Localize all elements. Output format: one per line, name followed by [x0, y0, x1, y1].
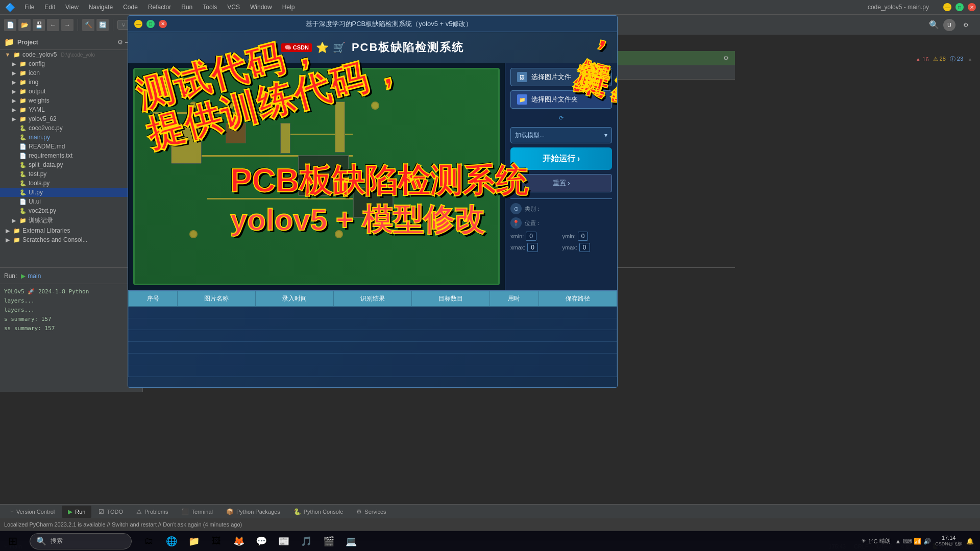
tab-python-packages[interactable]: 📦 Python Packages [220, 506, 286, 518]
menu-code[interactable]: Code [121, 3, 140, 12]
new-file-icon[interactable]: 📄 [4, 19, 16, 31]
folder-icon: 📁 [19, 61, 27, 67]
gear-icon[interactable]: ⚙ [723, 55, 729, 62]
tree-item-readme[interactable]: 📄 README.md [0, 142, 142, 151]
loading-text: ⟳ [559, 115, 564, 121]
item-label: icon [29, 69, 40, 77]
select-image-folder-btn[interactable]: 📁 选择图片文件夹 [510, 90, 612, 109]
tree-item-icon[interactable]: ▶ 📁 icon [0, 68, 142, 78]
tree-item-config[interactable]: ▶ 📁 config [0, 59, 142, 68]
tab-todo[interactable]: ☑ TODO [92, 506, 129, 518]
menu-run[interactable]: Run [179, 3, 194, 12]
notification-icon[interactable]: 🔔 [966, 538, 974, 545]
tab-services[interactable]: ⚙ Services [350, 506, 392, 518]
start-button[interactable]: ⊞ [0, 531, 26, 552]
forward-icon[interactable]: → [61, 19, 74, 31]
menu-vcs[interactable]: VCS [225, 3, 242, 12]
taskbar-browser-2[interactable]: 🦊 [230, 532, 248, 550]
ide-maximize-btn[interactable]: □ [955, 3, 964, 11]
taskbar-file-manager[interactable]: 📁 [185, 532, 203, 550]
network-icon[interactable]: 📶 [914, 538, 921, 545]
user-avatar[interactable]: U [943, 19, 955, 31]
tab-run[interactable]: ▶ Run [62, 506, 91, 518]
taskbar-explorer[interactable]: 🗂 [140, 532, 158, 550]
taskbar-right: ☀ 1°C 晴朗 ▲ ⌨ 📶 🔊 17:14 CSDN@飞柳 🔔 [861, 535, 980, 547]
maximize-btn[interactable]: □ [146, 20, 155, 28]
floating-window[interactable]: — □ ✕ 基于深度学习的PCB板缺陷检测系统（yolov5 + v5修改） 🧠… [128, 15, 618, 388]
tab-terminal[interactable]: ⬛ Terminal [175, 506, 219, 518]
menu-navigate[interactable]: Navigate [87, 3, 115, 12]
taskbar-search[interactable]: 🔍 搜索 [30, 533, 132, 549]
tree-item-weights[interactable]: ▶ 📁 weights [0, 96, 142, 105]
minimize-btn[interactable]: — [134, 20, 142, 28]
up-arrow-icon[interactable]: ▲ [895, 538, 901, 545]
speaker-icon[interactable]: 🔊 [923, 538, 931, 545]
tree-item-ui-ui[interactable]: 📄 Ui.ui [0, 197, 142, 206]
clear-btn[interactable]: 重置 › [510, 174, 612, 192]
select-image-file-btn[interactable]: 🖼 选择图片文件 [510, 68, 612, 86]
build-icon[interactable]: 🔨 [82, 19, 94, 31]
tab-python-console[interactable]: 🐍 Python Console [287, 506, 350, 518]
tree-item-voc2txt[interactable]: 🐍 voc2txt.py [0, 206, 142, 215]
taskbar-app-6[interactable]: 🎵 [297, 532, 315, 550]
col-time: 录入时间 [256, 291, 334, 307]
tab-version-control[interactable]: ⑂ Version Control [4, 506, 61, 518]
tab-console-label: Python Console [304, 509, 344, 515]
menu-file[interactable]: File [22, 3, 36, 12]
menu-tools[interactable]: Tools [201, 3, 219, 12]
terminal-icon: ⬛ [181, 508, 189, 515]
close-btn[interactable]: ✕ [159, 20, 167, 28]
notif-text: Localized PyCharm 2023.2.1 is available … [4, 521, 242, 528]
tree-item-log[interactable]: ▶ 📁 训练记录 [0, 215, 142, 226]
open-icon[interactable]: 📂 [18, 19, 31, 31]
menu-window[interactable]: Window [248, 3, 274, 12]
item-label: Scratches and Consol... [22, 236, 87, 243]
taskbar-app-8[interactable]: 💻 [342, 532, 360, 550]
warning-count[interactable]: ⚠ 28 [933, 56, 946, 62]
tree-item-ext-libs[interactable]: ▶ 📁 External Libraries [0, 226, 142, 235]
error-count[interactable]: ▲ 16 [915, 56, 928, 62]
sync-icon[interactable]: 🔄 [96, 19, 109, 31]
tree-item-test[interactable]: 🐍 test.py [0, 169, 142, 179]
tab-problems[interactable]: ⚠ Problems [130, 506, 174, 518]
search-everywhere-icon[interactable]: 🔍 [929, 20, 939, 30]
menu-edit[interactable]: Edit [42, 3, 57, 12]
root-folder-icon: 📁 [13, 52, 20, 58]
panel-settings-icon[interactable]: ⚙ [117, 39, 123, 46]
tree-item-main[interactable]: 🐍 main.py [0, 133, 142, 142]
tree-item-coco2voc[interactable]: 🐍 coco2voc.py [0, 123, 142, 133]
menu-refactor[interactable]: Refactor [146, 3, 173, 12]
tree-item-requirements[interactable]: 📄 requirements.txt [0, 151, 142, 160]
settings-icon[interactable]: ⚙ [960, 19, 972, 31]
tree-item-split[interactable]: 🐍 split_data.py [0, 160, 142, 169]
ide-close-btn[interactable]: ✕ [968, 3, 976, 11]
model-select[interactable]: 加载模型... ▾ [510, 127, 612, 143]
xmin-label: xmin: [510, 233, 524, 239]
py-file-icon: 🐍 [19, 189, 27, 196]
tree-item-scratches[interactable]: ▶ 📁 Scratches and Consol... [0, 235, 142, 244]
run-detection-btn[interactable]: 开始运行 › [510, 147, 612, 170]
tree-item-yaml[interactable]: ▶ 📁 YAML [0, 105, 142, 114]
menu-view[interactable]: View [63, 3, 81, 12]
tree-item-yolov5[interactable]: ▶ 📁 yolov5_62 [0, 114, 142, 123]
back-icon[interactable]: ← [47, 19, 59, 31]
keyboard-icon[interactable]: ⌨ [903, 538, 912, 545]
menu-help[interactable]: Help [280, 3, 297, 12]
expand-icon: ▶ [10, 79, 17, 86]
tree-item-img[interactable]: ▶ 📁 img [0, 78, 142, 87]
info-count[interactable]: ⓘ 23 [950, 55, 963, 63]
save-icon[interactable]: 💾 [33, 19, 45, 31]
branch-icon: ⑂ [122, 22, 126, 28]
tree-root[interactable]: ▼ 📁 code_yolov5 D:\g\code_yolo [0, 50, 142, 59]
taskbar-app-7[interactable]: 🎬 [320, 532, 338, 550]
taskbar-photos[interactable]: 🖼 [207, 532, 226, 550]
tree-item-output[interactable]: ▶ 📁 output [0, 87, 142, 96]
pcb-image-area [128, 63, 505, 290]
ide-minimize-btn[interactable]: — [943, 3, 951, 11]
run-config-btn[interactable]: ▶ main [21, 272, 41, 280]
tree-item-ui-py[interactable]: 🐍 UI.py [0, 188, 142, 197]
taskbar-browser-edge[interactable]: 🌐 [162, 532, 181, 550]
taskbar-app-5[interactable]: 📰 [275, 532, 293, 550]
tree-item-tools[interactable]: 🐍 tools.py [0, 179, 142, 188]
taskbar-wechat[interactable]: 💬 [252, 532, 271, 550]
